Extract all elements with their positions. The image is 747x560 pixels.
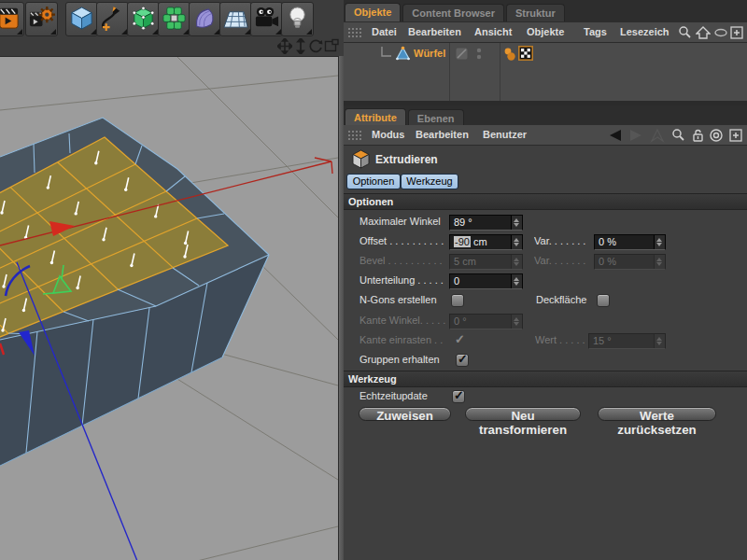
checkbox-gruppen-erhalten[interactable] xyxy=(456,354,469,367)
label-bevel: Bevel . . . . . . . . . . xyxy=(359,255,449,266)
palette-grip-icon[interactable] xyxy=(347,128,362,143)
menu-objekte[interactable]: Objekte xyxy=(527,26,564,37)
menu-lesezeichen[interactable]: Lesezeich xyxy=(620,26,672,37)
add-primitive-cube-icon[interactable] xyxy=(65,2,98,36)
label-deckflaeche: Deckfläche xyxy=(536,294,594,305)
menu-ansicht[interactable]: Ansicht xyxy=(474,26,512,37)
object-manager-menubar: Datei Bearbeiten Ansicht Objekte Tags Le… xyxy=(344,22,747,43)
label-wert: Wert . . . . . . xyxy=(535,334,586,345)
neu-transformieren-button[interactable]: Neu transformieren xyxy=(465,407,581,421)
label-echtzeitupdate: Echtzeitupdate xyxy=(359,390,448,401)
add-panel-icon[interactable] xyxy=(728,128,743,143)
add-light-icon[interactable] xyxy=(281,2,314,36)
tree-branch-icon xyxy=(378,47,393,62)
stepper xyxy=(511,315,522,329)
parent-up-icon xyxy=(650,128,665,143)
object-row-wuerfel[interactable]: Würfel xyxy=(344,45,747,62)
texture-tag-icon[interactable] xyxy=(518,46,533,61)
home-icon[interactable] xyxy=(696,25,711,40)
render-settings-icon[interactable] xyxy=(25,2,58,36)
tab-attribute[interactable]: Attribute xyxy=(345,108,406,127)
zoom-view-icon[interactable] xyxy=(293,38,308,54)
section-optionen[interactable]: Optionen xyxy=(344,193,747,210)
object-name[interactable]: Würfel xyxy=(414,48,445,59)
menu-datei[interactable]: Datei xyxy=(372,26,397,37)
attribute-manager-menubar: Modus Bearbeiten Benutzer xyxy=(344,125,747,146)
search-icon[interactable] xyxy=(670,128,685,143)
main-toolbar xyxy=(0,0,344,56)
tab-werkzeug[interactable]: Werkzeug xyxy=(401,174,458,189)
tab-objekte[interactable]: Objekte xyxy=(345,3,401,21)
label-bevel-var: Var. . . . . . . xyxy=(534,255,592,266)
field-kante-winkel: 0 ° xyxy=(449,314,523,329)
object-list: Würfel xyxy=(344,43,747,101)
viewport-3d[interactable] xyxy=(0,56,338,560)
label-offset: Offset . . . . . . . . . . xyxy=(359,235,449,246)
label-kante-einrasten: Kante einrasten . . xyxy=(359,334,449,345)
stepper[interactable] xyxy=(511,216,522,230)
add-camera-icon[interactable] xyxy=(250,2,283,36)
polygon-object-icon[interactable] xyxy=(395,46,411,62)
tab-struktur[interactable]: Struktur xyxy=(506,4,565,21)
eye-icon[interactable] xyxy=(713,25,728,40)
cinema4d-window: ObjekteContent BrowserStruktur Datei Bea… xyxy=(0,0,747,560)
label-ngons: N-Gons erstellen xyxy=(359,294,449,305)
selected-text: -90 xyxy=(454,236,471,247)
stepper xyxy=(654,255,665,269)
field-unterteilung[interactable]: 0 xyxy=(449,273,523,289)
menu-modus[interactable]: Modus xyxy=(372,129,404,140)
field-bevel-var: 0 % xyxy=(594,254,666,270)
right-panel: ObjekteContent BrowserStruktur Datei Bea… xyxy=(344,0,747,560)
enable-toggle-icon[interactable] xyxy=(455,47,469,61)
section-werkzeug[interactable]: Werkzeug xyxy=(344,371,747,387)
menu-bearbeiten[interactable]: Bearbeiten xyxy=(416,129,469,140)
visibility-dots-icon[interactable] xyxy=(475,46,483,62)
stepper[interactable] xyxy=(511,235,522,249)
stepper xyxy=(654,334,665,348)
search-icon[interactable] xyxy=(677,25,692,40)
object-manager-tabstrip: ObjekteContent BrowserStruktur xyxy=(344,0,747,23)
add-deformer-icon[interactable] xyxy=(189,2,221,36)
stepper[interactable] xyxy=(654,235,665,249)
rotate-view-icon[interactable] xyxy=(308,38,323,54)
field-maximaler-winkel[interactable]: 89 ° xyxy=(449,215,523,231)
field-bevel: 5 cm xyxy=(449,254,523,270)
menu-tags[interactable]: Tags xyxy=(584,26,607,37)
checkbox-kante-einrasten xyxy=(453,334,466,347)
zuweisen-button[interactable]: Zuweisen xyxy=(359,407,451,421)
add-panel-icon[interactable] xyxy=(729,25,744,40)
add-floor-icon[interactable] xyxy=(219,2,252,36)
label-offset-var: Var. . . . . . . xyxy=(534,235,592,246)
field-offset-var[interactable]: 0 % xyxy=(594,234,666,250)
werte-zuruecksetzen-button[interactable]: Werte zurücksetzen xyxy=(598,407,716,421)
history-back-icon[interactable] xyxy=(607,128,622,143)
tab-content-browser[interactable]: Content Browser xyxy=(402,4,504,21)
field-offset[interactable]: -90 cm xyxy=(449,234,523,250)
add-array-icon[interactable] xyxy=(158,2,190,36)
toggle-layout-icon[interactable] xyxy=(324,38,339,54)
attribute-manager-tabstrip: AttributeEbenen xyxy=(344,105,747,126)
checkbox-ngons[interactable] xyxy=(451,294,464,307)
tool-name: Extrudieren xyxy=(375,153,438,166)
material-tag-icon[interactable] xyxy=(502,47,517,62)
target-icon[interactable] xyxy=(709,128,724,143)
extrude-tool-icon xyxy=(351,149,371,169)
add-spline-pen-icon[interactable] xyxy=(96,2,129,36)
move-view-icon[interactable] xyxy=(277,38,292,54)
palette-grip-icon[interactable] xyxy=(347,25,362,40)
checkbox-echtzeitupdate[interactable] xyxy=(452,390,465,403)
stepper[interactable] xyxy=(511,274,522,288)
tab-optionen[interactable]: Optionen xyxy=(346,174,401,189)
render-view-icon[interactable] xyxy=(0,2,24,36)
field-wert: 15 ° xyxy=(588,333,666,349)
modeling-cube-icon[interactable] xyxy=(127,2,160,36)
label-gruppen: Gruppen erhalten xyxy=(359,354,453,365)
checkbox-deckflaeche[interactable] xyxy=(597,294,610,307)
lock-icon[interactable] xyxy=(691,128,706,143)
label-kante-winkel: Kante Winkel. . . . . xyxy=(359,315,449,326)
menu-benutzer[interactable]: Benutzer xyxy=(483,129,527,140)
menu-bearbeiten[interactable]: Bearbeiten xyxy=(408,26,461,37)
label-maximaler-winkel: Maximaler Winkel xyxy=(359,216,449,227)
history-forward-icon xyxy=(627,128,642,143)
label-unterteilung: Unterteilung . . . . . xyxy=(359,274,449,286)
